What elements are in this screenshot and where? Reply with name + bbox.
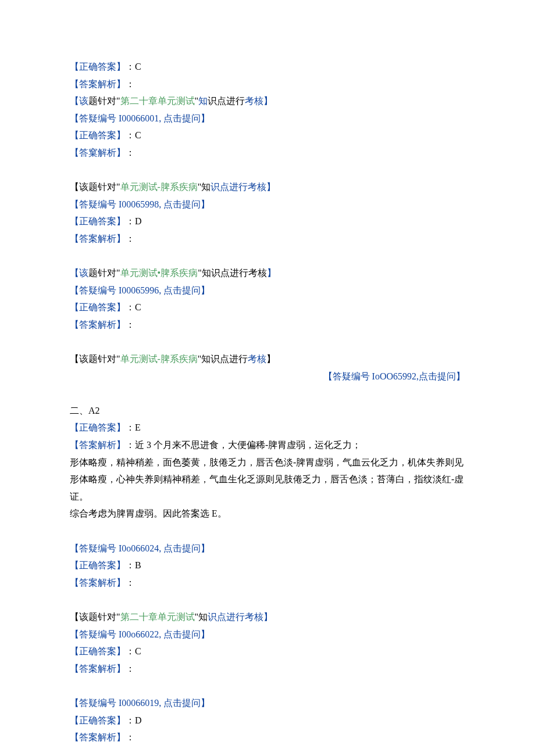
faq-line[interactable]: 【答疑编号 I00066019, 点击提问】 [70, 694, 465, 712]
analysis-body: 综合考虑为脾胃虚弱。因此答案选 E。 [70, 505, 465, 522]
faq-id: I0o066024 [119, 543, 159, 553]
topic-line: 【该题针对"单元测试-脾系疾病"知识点进行考核】 [70, 178, 465, 196]
blank-line [70, 591, 465, 608]
answer-value: D [135, 715, 142, 725]
faq-id: I00o66022 [119, 629, 159, 639]
faq-line[interactable]: 【答疑编号 I00065996, 点击提问】 [70, 282, 465, 299]
blank-line [70, 677, 465, 694]
analysis-body: 形体略瘦，精神稍差，面色萎黄，肢倦乏力，唇舌色淡-脾胃虚弱，气血云化乏力，机体失… [70, 454, 465, 506]
blank-line [70, 248, 465, 265]
faq-id: IoOO65992 [372, 371, 416, 381]
analysis-line: 【答案解析】： [70, 729, 465, 746]
answer-value: B [135, 560, 141, 570]
correct-answer-line: 【正确答案】：C [70, 58, 465, 76]
correct-answer-line: 【正确答案】：D [70, 712, 465, 729]
analysis-line: 【答案解析】： [70, 230, 465, 248]
faq-id: I00066001 [119, 113, 159, 123]
topic-line: 【该题针对"单元测试-脾系疾病"知识点进行考核】 [70, 350, 465, 368]
answer-value: E [135, 422, 141, 432]
correct-answer-line: 【正确答案】：B [70, 557, 465, 574]
correct-answer-line: 【正确答案】：C [70, 299, 465, 316]
blank-line [70, 385, 465, 402]
correct-answer-line: 【正确答案】：E [70, 419, 465, 436]
answer-value: C [135, 62, 141, 71]
faq-id: I00065996 [119, 285, 159, 295]
correct-answer-line: 【正确答案】：C [70, 643, 465, 660]
faq-line-right[interactable]: 【答疑编号 IoOO65992,点击提问】 [70, 368, 465, 385]
answer-value: D [135, 216, 142, 226]
blank-line [70, 522, 465, 540]
faq-line[interactable]: 【答疑编号 I00065998, 点击提问】 [70, 196, 465, 213]
section-heading: 二、A2 [70, 402, 465, 420]
correct-answer-line: 【正确答案】：C [70, 127, 465, 144]
answer-value: C [135, 302, 141, 312]
analysis-line: 【答窠解析】： [70, 144, 465, 162]
blank-line [70, 746, 465, 756]
faq-line[interactable]: 【答疑编号 I00066001, 点击提问】 [70, 110, 465, 127]
faq-line[interactable]: 【答疑编号 I00o66022, 点击提问】 [70, 626, 465, 643]
faq-id: I00065998 [119, 199, 159, 209]
analysis-line: 【答案解析】：近 3 个月来不思进食，大便偏稀-脾胃虚弱，运化乏力； [70, 436, 465, 454]
correct-answer-line: 【正确答案】：D [70, 213, 465, 230]
document-page: 【正确答案】：C 【答案解析】： 【该题针对"第二十章单元测试"知识点进行考核】… [0, 0, 535, 756]
faq-line[interactable]: 【答疑编号 I0o066024, 点击提问】 [70, 540, 465, 557]
faq-id: I00066019 [119, 698, 159, 708]
analysis-line: 【答案解析】： [70, 574, 465, 592]
analysis-line: 【答案解析】： [70, 76, 465, 93]
topic-line: 【该题针对"单元测试•脾系疾病"知识点进行考核】 [70, 264, 465, 282]
blank-line [70, 162, 465, 179]
answer-value: C [135, 130, 141, 140]
answer-value: C [135, 646, 141, 656]
topic-line: 【该题针对"第二十章单元测试"知识点进行考核】 [70, 92, 465, 110]
analysis-line: 【答案解析】： [70, 660, 465, 678]
analysis-line: 【答案解析】： [70, 316, 465, 334]
blank-line [70, 334, 465, 351]
topic-line: 【该题针对"第二十章单元测试"知识点进行考核】 [70, 608, 465, 626]
